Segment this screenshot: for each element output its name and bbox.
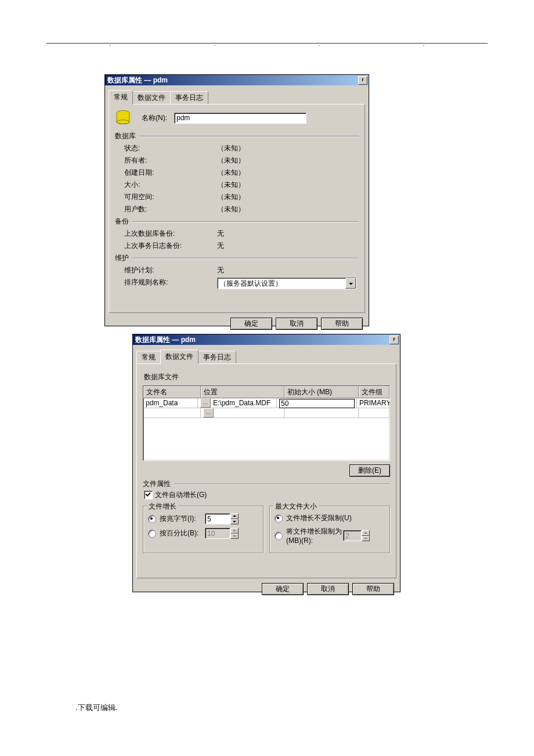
restrict-radio[interactable] <box>275 532 283 540</box>
created-value: （未知） <box>217 168 245 178</box>
tab-general[interactable]: 常规 <box>136 351 161 363</box>
database-files-label: 数据库文件 <box>144 372 390 382</box>
tab-transaction-log[interactable]: 事务日志 <box>198 351 236 363</box>
help-button[interactable]: 帮助 <box>321 318 363 330</box>
unrestricted-radio[interactable] <box>275 514 283 523</box>
spin-up-icon[interactable] <box>230 513 239 519</box>
col-filename[interactable]: 文件名 <box>143 386 201 398</box>
cancel-button[interactable]: 取消 <box>307 583 349 595</box>
file-properties-label: 文件属性 <box>143 479 171 489</box>
maint-plan-label: 维护计划: <box>124 265 217 275</box>
db-properties-dialog-datafiles: 数据库属性 — pdm r 常规 数据文件 事务日志 数据库文件 文件名 位置 … <box>132 334 400 592</box>
autogrow-checkbox[interactable] <box>144 491 153 499</box>
max-file-size-title: 最大文件大小 <box>273 502 319 512</box>
restrict-label: 将文件增长限制为 (MB)(R): <box>286 527 343 545</box>
by-percent-spinner <box>205 528 239 539</box>
dialog-title: 数据库属性 — pdm <box>106 75 168 85</box>
last-log-backup-value: 无 <box>217 241 224 251</box>
col-initsize[interactable]: 初始大小 (MB) <box>284 386 359 398</box>
last-log-backup-label: 上次事务日志备份: <box>124 241 217 251</box>
status-value: （未知） <box>217 143 245 153</box>
spin-up-icon <box>230 528 239 534</box>
by-percent-label: 按百分比(B): <box>160 528 205 538</box>
tab-data-files[interactable]: 数据文件 <box>160 350 199 364</box>
size-label: 大小: <box>124 180 217 190</box>
last-db-backup-value: 无 <box>217 229 224 239</box>
spin-up-icon <box>362 530 370 536</box>
help-button[interactable]: 帮助 <box>352 583 394 595</box>
table-row[interactable]: pdm_Data … E:\pdm_Data.MDF 50 PRIMARY <box>143 398 389 408</box>
footer-text: .下载可编辑. <box>75 703 117 713</box>
cell-filegroup[interactable]: PRIMARY <box>357 398 389 408</box>
tab-data-files[interactable]: 数据文件 <box>132 91 171 104</box>
ok-button[interactable]: 确定 <box>262 583 304 595</box>
tab-general[interactable]: 常规 <box>109 90 133 105</box>
cell-filename[interactable]: pdm_Data <box>143 398 198 408</box>
ok-button[interactable]: 确定 <box>230 318 272 330</box>
spin-down-icon[interactable] <box>230 519 239 525</box>
autogrow-label: 文件自动增长(G) <box>155 490 207 500</box>
size-value: （未知） <box>217 180 245 190</box>
by-mb-label: 按兆字节(I): <box>160 514 205 524</box>
last-db-backup-label: 上次数据库备份: <box>124 229 217 239</box>
name-input[interactable] <box>174 113 306 124</box>
files-grid[interactable]: 文件名 位置 初始大小 (MB) 文件组 pdm_Data … E:\pdm_D… <box>143 386 390 461</box>
name-label: 名称(N): <box>142 113 167 123</box>
available-label: 可用空间: <box>124 192 217 202</box>
maint-plan-value: 无 <box>217 265 224 275</box>
collation-value: （服务器默认设置） <box>218 278 345 289</box>
close-icon[interactable]: r <box>389 336 399 344</box>
by-mb-radio[interactable] <box>148 515 156 523</box>
titlebar[interactable]: 数据库属性 — pdm r <box>105 75 369 85</box>
spin-down-icon <box>362 536 370 542</box>
file-growth-group: 文件增长 按兆字节(I): 按百分比(B): <box>143 506 264 553</box>
titlebar[interactable]: 数据库属性 — pdm r <box>133 334 400 345</box>
users-value: （未知） <box>217 204 245 214</box>
section-backup: 备份 <box>115 217 129 226</box>
database-icon <box>115 110 131 125</box>
browse-icon[interactable]: … <box>203 408 214 417</box>
dialog-title: 数据库属性 — pdm <box>134 335 196 345</box>
close-icon[interactable]: r <box>358 76 367 85</box>
section-database: 数据库 <box>115 131 136 141</box>
max-file-size-group: 最大文件大小 文件增长不受限制(U) 将文件增长限制为 (MB)(R): <box>269 506 390 553</box>
available-value: （未知） <box>217 192 245 202</box>
created-label: 创建日期: <box>124 168 217 178</box>
cancel-button[interactable]: 取消 <box>276 318 317 330</box>
restrict-spinner <box>343 530 370 541</box>
users-label: 用户数: <box>124 204 217 214</box>
status-label: 状态: <box>124 143 217 153</box>
collation-label: 排序规则名称: <box>124 278 217 289</box>
collation-combo[interactable]: （服务器默认设置） <box>217 278 356 289</box>
col-location[interactable]: 位置 <box>201 386 284 398</box>
unrestricted-label: 文件增长不受限制(U) <box>286 513 352 523</box>
tab-strip: 常规 数据文件 事务日志 <box>136 350 396 363</box>
file-growth-title: 文件增长 <box>147 502 178 512</box>
by-mb-spinner[interactable] <box>205 513 239 524</box>
col-filegroup[interactable]: 文件组 <box>359 386 389 398</box>
owner-label: 所有者: <box>124 156 217 165</box>
chevron-down-icon[interactable] <box>345 278 356 289</box>
cell-location[interactable]: … E:\pdm_Data.MDF <box>198 398 277 408</box>
cell-initsize[interactable]: 50 <box>277 398 357 408</box>
spin-down-icon <box>230 534 239 539</box>
table-row[interactable]: … <box>143 408 389 418</box>
delete-button[interactable]: 删除(E) <box>349 465 390 477</box>
owner-value: （未知） <box>217 156 245 165</box>
tab-strip: 常规 数据文件 事务日志 <box>109 90 365 104</box>
db-properties-dialog-general: 数据库属性 — pdm r 常规 数据文件 事务日志 名称(N): 数据库 状态… <box>104 74 369 326</box>
section-maintenance: 维护 <box>115 253 129 263</box>
by-percent-radio[interactable] <box>148 530 156 538</box>
tab-transaction-log[interactable]: 事务日志 <box>170 91 208 104</box>
browse-icon[interactable]: … <box>200 398 211 408</box>
